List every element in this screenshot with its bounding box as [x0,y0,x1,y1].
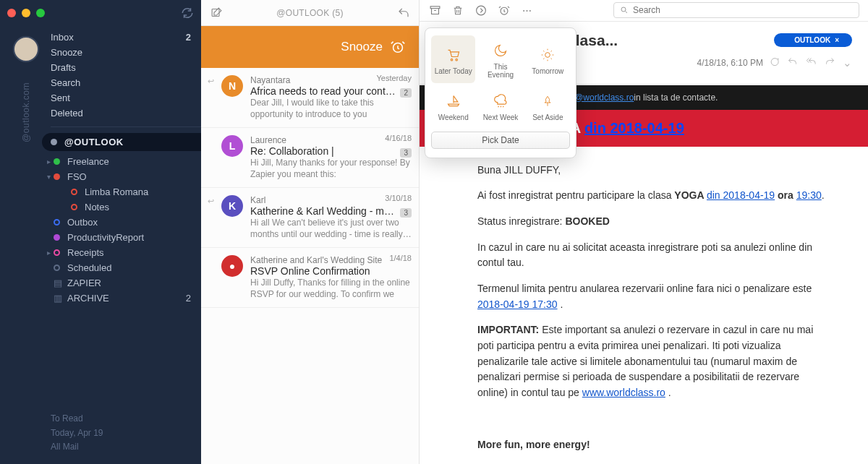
snooze-option-next-week[interactable]: Next Week [478,86,522,126]
archive-icon[interactable] [428,4,441,17]
reply-icon[interactable] [397,7,410,20]
account-dot-icon [51,139,57,145]
snooze-option-tomorrow[interactable]: Tomorrow [526,35,570,83]
msg-preview: Hi all We can't believe it's just over t… [250,217,412,240]
chevron-right-icon: ▸ [43,249,54,257]
sailboat-icon [446,92,461,111]
folder-sent[interactable]: Sent [51,90,201,106]
folder-drafts[interactable]: Drafts [51,60,201,75]
pick-date-button[interactable]: Pick Date [431,132,570,149]
tree-archive[interactable]: ▥ ARCHIVE 2 [43,291,201,306]
folder-count: 2 [186,293,191,304]
tree-zapier[interactable]: ▤ ZAPIER [43,275,201,291]
chat-icon[interactable] [769,56,780,69]
account-selected[interactable]: @OUTLOOK [42,133,201,151]
msg-preview: Hi Jill, Many thanks for your response! … [250,157,412,180]
replied-indicator-icon: ↩ [207,77,214,120]
message-row[interactable]: L Laurence Re: Collaboration | Hi Jill, … [201,128,419,188]
tree-outbox[interactable]: Outbox [43,215,201,230]
reader-toolbar: ⋯ [420,0,868,22]
color-dot-icon [54,265,60,271]
account-pill[interactable]: OUTLOOK × [774,33,852,47]
close-window-button[interactable] [7,9,16,17]
folder-icon: ▤ [54,278,60,288]
sender-avatar: ● [221,255,243,277]
email-body: Buna JILL DUFFY, Ai fost inregistrat pen… [420,147,868,464]
body-signoff: More fun, more energy! [477,437,825,453]
avatar[interactable] [13,36,39,62]
trash-icon[interactable] [451,4,464,17]
msg-subject: Katherine & Karl Wedding - m… [250,205,412,217]
folder-deleted[interactable]: Deleted [51,106,201,121]
bottom-line[interactable]: All Mail [51,440,201,454]
pin-icon [542,92,553,111]
folder-tree: ▸ Freelance ▾ FSO Limba Romana Notes O [43,154,201,306]
body-link[interactable]: 19:30 [796,189,822,201]
sync-icon[interactable] [181,7,194,20]
msg-date: 3/10/18 [385,194,412,202]
cart-icon [446,46,461,64]
snooze-option-weekend[interactable]: Weekend [431,86,475,126]
svg-point-6 [451,59,453,61]
message-row[interactable]: ↩ N Nayantara Africa needs to read your … [201,68,419,128]
expand-icon[interactable]: ⌄ [843,56,852,69]
tree-scheduled[interactable]: Scheduled [43,260,201,275]
tree-receipts[interactable]: ▸ Receipts [43,245,201,260]
replied-indicator-icon: ↩ [207,197,214,240]
snooze-icon[interactable] [498,4,511,17]
tree-limba-romana[interactable]: Limba Romana [43,184,201,199]
message-datetime: 4/18/18, 6:10 PM [697,58,763,68]
snooze-option-this-evening[interactable]: This Evening [478,35,522,83]
account-email-vertical: @outlook.com [21,82,31,142]
close-icon[interactable]: × [835,36,839,44]
compose-icon[interactable] [210,7,223,20]
reply-all-icon[interactable] [805,56,817,69]
message-row[interactable]: ↩ K Karl Katherine & Karl Wedding - m… H… [201,188,419,248]
body-line: Status inregistrare: BOOKED [477,214,825,230]
traffic-lights [7,9,45,17]
msg-count-badge: 3 [400,208,412,218]
folder-inbox[interactable]: Inbox 2 [51,30,201,45]
msg-preview: Dear Jill, I would like to take this opp… [250,97,412,120]
forward-icon[interactable] [475,4,488,17]
msg-from: Katherine and Karl's Wedding Site [250,255,412,265]
folder-search[interactable]: Search [51,75,201,90]
banner-link[interactable]: din 2018-04-19 [584,120,684,136]
folder-snooze[interactable]: Snooze [51,45,201,60]
body-link[interactable]: www.worldclass.ro [582,387,665,398]
color-dot-icon [71,189,77,195]
tree-freelance[interactable]: ▸ Freelance [43,154,201,169]
color-dot-icon [54,158,60,165]
tree-productivity[interactable]: ProductivityReport [43,230,201,245]
message-row[interactable]: ● Katherine and Karl's Wedding Site RSVP… [201,248,419,308]
msg-date: 1/4/18 [389,254,412,262]
replied-indicator-icon [207,257,214,300]
divider [51,126,201,127]
more-icon[interactable]: ⋯ [521,4,534,17]
minimize-window-button[interactable] [22,9,30,17]
tree-notes[interactable]: Notes [43,199,201,215]
replied-indicator-icon [207,137,214,180]
search-input[interactable] [633,5,853,15]
snooze-label: Snooze [341,40,383,54]
reply-icon[interactable] [787,56,798,69]
svg-point-7 [456,59,458,61]
forward-icon[interactable] [825,56,835,69]
snooze-option-set-aside[interactable]: Set Aside [526,86,570,126]
archive-icon: ▥ [54,293,60,304]
color-dot-icon [71,204,77,210]
snooze-popover: Later Today This Evening Tomorrow Weeken… [425,27,576,158]
tree-fso[interactable]: ▾ FSO [43,169,201,184]
snooze-option-later-today[interactable]: Later Today [431,35,475,83]
color-dot-icon [54,234,60,241]
body-line: Ai fost inregistrat pentru participare l… [477,188,825,204]
body-link[interactable]: 2018-04-19 17:30 [477,298,558,310]
msglist-toolbar: @OUTLOOK (5) [201,0,419,26]
maximize-window-button[interactable] [36,9,45,17]
msglist-title: @OUTLOOK (5) [237,8,383,18]
bottom-line[interactable]: Today, Apr 19 [51,426,201,440]
sun-icon [540,46,555,64]
bottom-line[interactable]: To Read [51,412,201,426]
body-link[interactable]: din 2018-04-19 [707,189,775,201]
search-field[interactable] [613,2,859,18]
